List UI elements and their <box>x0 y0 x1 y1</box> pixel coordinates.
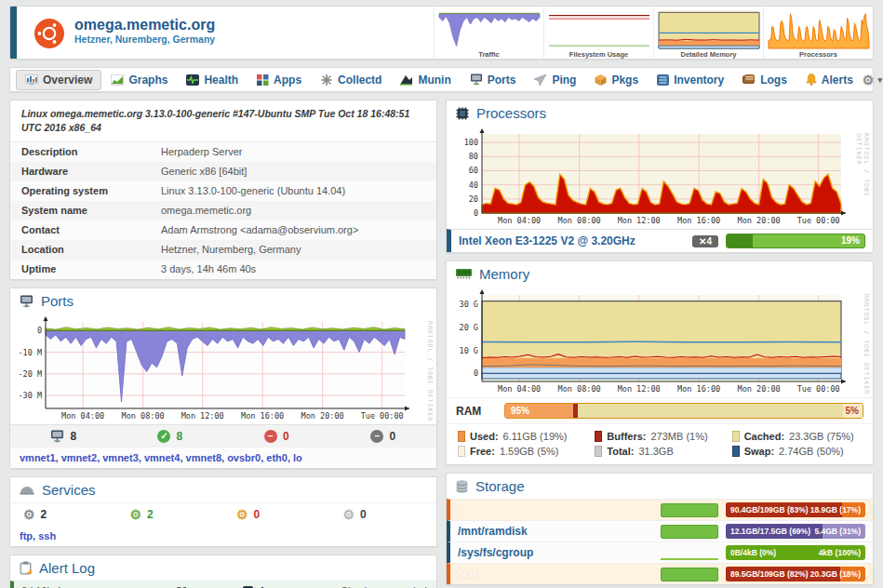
ram-label[interactable]: RAM <box>456 405 495 418</box>
storage-minigraph[interactable] <box>661 525 718 539</box>
sysinfo-row-os: Operating systemLinux 3.13.0-100-generic… <box>10 181 436 201</box>
storage-minigraph[interactable] <box>661 568 718 581</box>
minigraph-memory[interactable]: Detailed Memory <box>653 7 763 59</box>
sysinfo-row-contact: ContactAdam Armstrong <adama@observium.o… <box>10 220 436 240</box>
svg-text:Tue 00:00: Tue 00:00 <box>797 384 840 394</box>
header-accent-bar <box>10 7 17 59</box>
memory-section-title[interactable]: Memory <box>479 266 529 282</box>
svg-text:Mon 08:00: Mon 08:00 <box>122 411 165 421</box>
minigraph-filesystem[interactable]: Filesystem Usage <box>543 7 653 59</box>
tab-apps[interactable]: Apps <box>248 70 311 90</box>
svg-text:100: 100 <box>464 138 478 147</box>
free-swatch <box>458 446 465 457</box>
tab-inventory[interactable]: Inventory <box>648 70 733 90</box>
svg-text:Tue 00:00: Tue 00:00 <box>361 411 404 421</box>
svg-text:Mon 20:00: Mon 20:00 <box>738 216 781 225</box>
cpu-row: Intel Xeon E3-1225 V2 @ 3.20GHz ✕4 19% <box>447 229 873 252</box>
alert-log-row: 2d 19h 4m processor_ge_80 Average Checks… <box>10 581 436 588</box>
ram-free-segment: 5% <box>843 404 863 418</box>
svg-text:Mon 08:00: Mon 08:00 <box>558 384 601 394</box>
storage-section-title[interactable]: Storage <box>475 478 525 494</box>
tab-munin[interactable]: Munin <box>391 70 460 90</box>
services-up-stat[interactable]: ⚙2 <box>117 508 224 521</box>
svg-text:Mon 20:00: Mon 20:00 <box>301 411 344 421</box>
storage-usage-bar: 90.4GB/109GB (83%)18.9GB (17%) <box>726 502 865 517</box>
storage-row: /sys/fs/cgroup 0B/4kB (0%)4kB (100%) <box>447 541 873 563</box>
ports-panel: Ports 0-10 M-20 M-30 MMon 04:00Mon 08:00… <box>9 287 437 469</box>
svg-text:-20 M: -20 M <box>18 369 42 379</box>
services-links[interactable]: ftp, ssh <box>10 526 436 546</box>
monitor-icon <box>50 430 64 443</box>
ports-links[interactable]: vmnet1, vmnet2, vmnet3, vmnet4, vmnet8, … <box>10 448 436 468</box>
cpu-name-link[interactable]: Intel Xeon E3-1225 V2 @ 3.20GHz <box>459 234 685 247</box>
mountpoint-link[interactable]: /var <box>458 568 653 581</box>
ports-section-icon <box>20 295 33 308</box>
svg-text:10 G: 10 G <box>460 346 478 355</box>
tab-graphs[interactable]: Graphs <box>101 70 177 90</box>
device-header: omega.memetic.org Hetzner, Nuremberg, Ge… <box>9 6 874 60</box>
gear-icon: ⚙ <box>23 508 35 521</box>
services-down-stat[interactable]: ⚙0 <box>223 508 330 521</box>
device-tabbar: Overview Graphs Health Apps Collectd Mun… <box>9 67 874 92</box>
tab-collectd[interactable]: Collectd <box>311 70 391 90</box>
device-hostname[interactable]: omega.memetic.org <box>74 16 251 33</box>
storage-row: /var 89.5GB/109GB (82%)20.3GB (18%) <box>447 563 873 584</box>
ports-graph[interactable]: 0-10 M-20 M-30 MMon 04:00Mon 08:00Mon 12… <box>10 314 436 424</box>
services-disabled-stat[interactable]: ⚙0 <box>330 508 437 521</box>
swap-swatch <box>732 446 740 457</box>
ports-section-title[interactable]: Ports <box>41 293 74 309</box>
services-total-stat[interactable]: ⚙2 <box>10 508 117 521</box>
tab-overview[interactable]: Overview <box>16 70 101 90</box>
tab-health[interactable]: Health <box>177 70 248 90</box>
used-swatch <box>458 431 465 442</box>
svg-text:Mon 20:00: Mon 20:00 <box>738 384 781 394</box>
svg-text:20: 20 <box>469 194 478 204</box>
storage-section-icon <box>456 480 468 493</box>
overview-icon <box>25 74 38 86</box>
processors-section-title[interactable]: Processors <box>476 105 546 121</box>
memory-graph[interactable]: 010 G20 G30 GMon 04:00Mon 08:00Mon 12:00… <box>447 287 873 397</box>
tab-logs[interactable]: Logs <box>733 70 796 90</box>
services-section-icon <box>20 485 34 495</box>
storage-minigraph[interactable] <box>661 546 718 560</box>
left-column: Linux omega.memetic.org 3.13.0-100-gener… <box>9 100 437 588</box>
storage-minigraph[interactable] <box>661 503 718 517</box>
svg-text:0: 0 <box>474 208 478 218</box>
ports-stats: 8 ✓8 −0 −0 <box>10 424 436 448</box>
tab-ports[interactable]: Ports <box>461 70 526 90</box>
svg-text:Mon 12:00: Mon 12:00 <box>181 411 224 421</box>
ports-down-stat[interactable]: −0 <box>223 430 330 443</box>
device-location[interactable]: Hetzner, Nuremberg, Germany <box>74 33 251 45</box>
svg-text:Mon 12:00: Mon 12:00 <box>618 384 661 394</box>
ports-total-stat[interactable]: 8 <box>10 430 117 443</box>
svg-text:-10 M: -10 M <box>18 348 42 357</box>
tab-ping[interactable]: Ping <box>525 70 585 90</box>
device-titles: omega.memetic.org Hetzner, Nuremberg, Ge… <box>74 7 251 59</box>
ubuntu-logo-icon <box>33 18 65 49</box>
nav-settings: ⚙ ▾ <box>863 74 883 87</box>
minigraph-traffic[interactable]: Traffic <box>434 7 543 59</box>
ports-up-stat[interactable]: ✓8 <box>117 430 224 443</box>
mountpoint-link[interactable]: / <box>458 503 653 516</box>
sysinfo-row-hardware: HardwareGeneric x86 [64bit] <box>10 162 436 181</box>
mountpoint-link[interactable]: /mnt/ramdisk <box>458 525 653 538</box>
processors-section-icon <box>456 107 469 120</box>
minigraph-traffic-label: Traffic <box>437 50 541 59</box>
mountpoint-link[interactable]: /sys/fs/cgroup <box>458 546 653 559</box>
rrdtool-watermark: RRDTOOL / TOBI OETIKER <box>426 321 434 421</box>
sysinfo-row-description: DescriptionHerpaderp Server <box>10 142 436 162</box>
tab-pkgs[interactable]: Pkgs <box>585 70 648 90</box>
ports-disabled-stat[interactable]: −0 <box>330 430 437 443</box>
gear-disabled-icon: ⚙ <box>343 508 355 521</box>
settings-gear-icon[interactable]: ⚙ <box>863 74 875 87</box>
minigraph-processors[interactable]: Processors <box>763 7 873 59</box>
services-section-title[interactable]: Services <box>42 482 96 498</box>
settings-caret-icon[interactable]: ▾ <box>877 75 882 85</box>
gear-up-icon: ⚙ <box>130 508 142 521</box>
cpu-usage-bar: 19% <box>726 234 865 248</box>
processors-graph[interactable]: 020406080100Mon 04:00Mon 08:00Mon 12:00M… <box>447 126 873 229</box>
total-swatch <box>595 446 602 457</box>
alert-log-section-title[interactable]: Alert Log <box>39 560 95 576</box>
tab-alerts[interactable]: Alerts <box>796 70 863 90</box>
svg-text:Tue 00:00: Tue 00:00 <box>797 216 840 225</box>
